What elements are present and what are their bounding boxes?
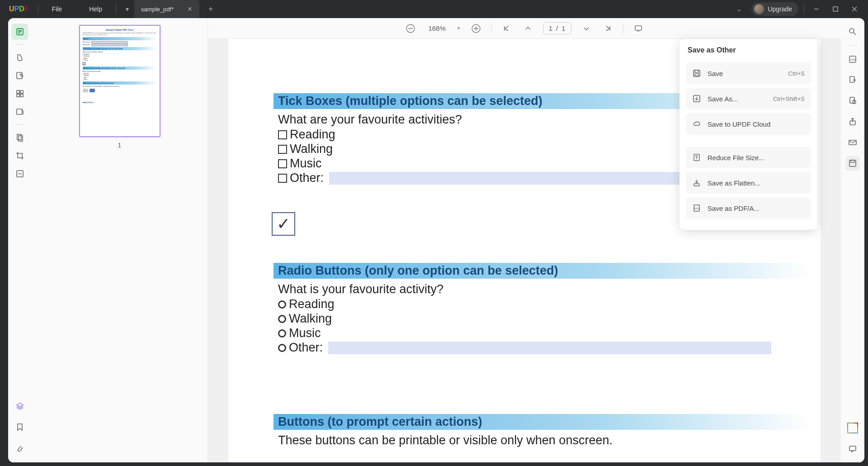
option-label: Reading: [289, 297, 335, 311]
svg-rect-17: [18, 173, 22, 175]
svg-rect-12: [20, 94, 23, 97]
svg-rect-37: [850, 76, 854, 82]
attachment-icon[interactable]: [12, 440, 28, 456]
left-sidebar: [8, 18, 32, 462]
bookmark-icon[interactable]: [12, 419, 28, 435]
description-text: These buttons can be printable or visibl…: [278, 433, 811, 447]
email-icon[interactable]: [845, 135, 860, 150]
divider: [15, 44, 24, 45]
app-logo: UPDF: [0, 5, 38, 13]
svg-text:PDF/A: PDF/A: [693, 207, 700, 210]
standalone-checkbox[interactable]: ✓: [272, 212, 295, 236]
protect-icon[interactable]: [845, 94, 860, 108]
minimize-icon[interactable]: [810, 2, 823, 16]
comment-icon[interactable]: [845, 442, 860, 456]
save-pdfa-button[interactable]: PDF/A Save as PDF/A...: [686, 197, 811, 219]
save-as-button[interactable]: Save As... Ctrl+Shift+S: [686, 88, 811, 109]
radio-icon[interactable]: [278, 300, 286, 309]
radio-option: Other:: [278, 341, 811, 355]
save-label: Save: [708, 70, 723, 77]
checkbox-icon[interactable]: [278, 159, 287, 168]
cloud-icon: [692, 119, 701, 128]
svg-rect-23: [635, 26, 642, 30]
checkbox-icon[interactable]: [278, 145, 287, 154]
radio-option: Walking: [278, 312, 811, 326]
option-label: Other:: [290, 171, 324, 185]
page-current: 1: [549, 24, 552, 32]
zoom-in-icon[interactable]: [469, 22, 483, 35]
crop-tool-icon[interactable]: [12, 147, 28, 164]
add-tab-icon[interactable]: +: [204, 2, 217, 16]
reduce-size-button[interactable]: Reduce File Size...: [686, 147, 811, 168]
close-icon[interactable]: ✕: [187, 5, 193, 13]
separator: [804, 5, 804, 14]
redact-tool-icon[interactable]: [12, 166, 28, 182]
reader-tool-icon[interactable]: [12, 24, 28, 40]
zoom-dropdown-icon[interactable]: ▼: [457, 26, 461, 31]
page-indicator[interactable]: 1 / 1: [543, 22, 571, 34]
upgrade-button[interactable]: Upgrade: [751, 2, 798, 16]
save-flatten-button[interactable]: Save as Flatten...: [686, 172, 811, 194]
save-other-icon[interactable]: [845, 156, 860, 171]
separator: [116, 5, 116, 14]
option-label: Music: [289, 326, 321, 340]
avatar-icon: [754, 4, 764, 14]
chevron-down-icon[interactable]: ⌄: [732, 2, 746, 16]
option-label: Walking: [289, 312, 332, 326]
save-as-label: Save As...: [708, 95, 738, 103]
save-button[interactable]: Save Ctrl+S: [686, 62, 811, 84]
option-label: Other:: [289, 341, 323, 355]
radio-icon[interactable]: [278, 329, 286, 338]
other-text-field[interactable]: [328, 342, 771, 354]
next-page-icon[interactable]: [580, 22, 593, 35]
share-icon[interactable]: [845, 114, 860, 129]
right-sidebar: OCR: [841, 18, 864, 462]
save-as-other-panel: Save as Other Save Ctrl+S Save As... Ctr…: [679, 39, 817, 230]
svg-rect-1: [833, 7, 838, 11]
page-thumbnail[interactable]: Sample Fillable PDF Form Fillable PDF fo…: [79, 25, 160, 137]
svg-rect-13: [17, 109, 22, 114]
prev-page-icon[interactable]: [521, 22, 535, 35]
flatten-icon: [692, 178, 701, 187]
svg-rect-30: [694, 184, 699, 186]
ai-assistant-icon[interactable]: [845, 421, 860, 435]
maximize-icon[interactable]: [829, 2, 842, 16]
question-text: What is your favourite activity?: [278, 282, 811, 296]
thumbnail-panel: Sample Fillable PDF Form Fillable PDF fo…: [32, 18, 208, 462]
close-window-icon[interactable]: [848, 2, 861, 16]
divider: [848, 45, 857, 46]
tab-area: ▾ sample_pdf* ✕ +: [121, 0, 217, 18]
titlebar: UPDF File Help ▾ sample_pdf* ✕ + ⌄ Upgra…: [0, 0, 868, 18]
search-icon[interactable]: [845, 24, 860, 39]
ocr-icon[interactable]: OCR: [845, 52, 860, 67]
organize-tool-icon[interactable]: [12, 129, 28, 146]
pages-tool-icon[interactable]: [12, 86, 28, 102]
svg-rect-10: [20, 90, 23, 93]
app-chrome: Sample Fillable PDF Form Fillable PDF fo…: [8, 18, 864, 462]
left-sidebar-bottom: [12, 398, 28, 462]
highlight-tool-icon[interactable]: [12, 49, 28, 66]
edit-tool-icon[interactable]: [12, 67, 28, 84]
radio-icon[interactable]: [278, 315, 286, 323]
separator: [623, 24, 623, 33]
viewer-toolbar: 168% ▼ 1 / 1: [208, 18, 841, 39]
presentation-icon[interactable]: [632, 22, 645, 35]
last-page-icon[interactable]: [601, 22, 615, 35]
checkbox-icon[interactable]: [278, 174, 287, 183]
layers-icon[interactable]: [12, 398, 28, 414]
form-tool-icon[interactable]: [12, 104, 28, 120]
checkbox-icon[interactable]: [278, 130, 287, 139]
zoom-out-icon[interactable]: [404, 22, 417, 35]
menu-file[interactable]: File: [38, 5, 76, 13]
tab-dropdown-icon[interactable]: ▾: [121, 2, 134, 16]
save-cloud-button[interactable]: Save to UPDF Cloud: [686, 113, 811, 135]
first-page-icon[interactable]: [500, 22, 513, 35]
document-tab[interactable]: sample_pdf* ✕: [134, 0, 199, 18]
shortcut-label: Ctrl+S: [788, 70, 805, 77]
export-icon[interactable]: [845, 73, 860, 87]
divider: [15, 124, 24, 125]
menu-help[interactable]: Help: [75, 5, 116, 13]
option-label: Walking: [290, 142, 333, 156]
radio-icon[interactable]: [278, 344, 286, 352]
pdfa-icon: PDF/A: [692, 204, 701, 213]
